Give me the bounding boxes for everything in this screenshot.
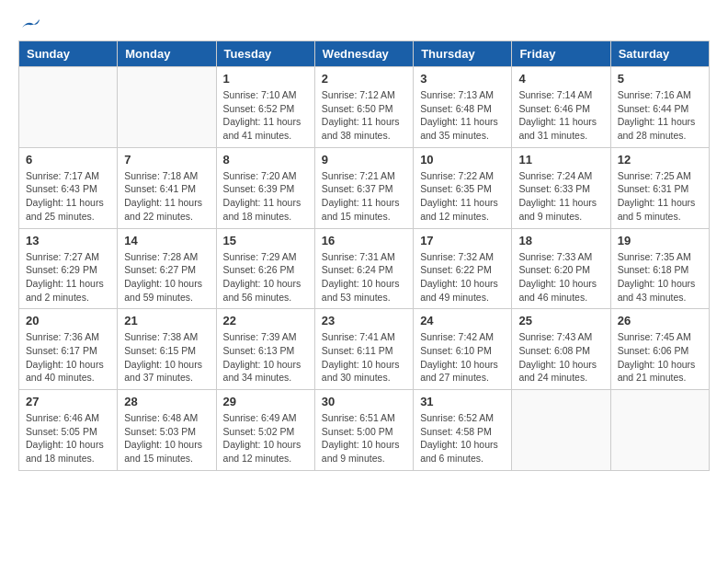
cell-info: Sunrise: 6:51 AM Sunset: 5:00 PM Dayligh… — [322, 411, 406, 465]
week-row-5: 27Sunrise: 6:46 AM Sunset: 5:05 PM Dayli… — [19, 390, 710, 471]
day-number: 31 — [420, 395, 505, 408]
day-number: 16 — [322, 234, 406, 247]
day-number: 13 — [26, 234, 110, 247]
calendar-cell: 17Sunrise: 7:32 AM Sunset: 6:22 PM Dayli… — [414, 228, 512, 309]
calendar-cell: 11Sunrise: 7:24 AM Sunset: 6:33 PM Dayli… — [512, 147, 610, 228]
calendar-cell: 24Sunrise: 7:42 AM Sunset: 6:10 PM Dayli… — [414, 309, 512, 390]
calendar-cell: 12Sunrise: 7:25 AM Sunset: 6:31 PM Dayli… — [610, 147, 709, 228]
calendar-cell: 16Sunrise: 7:31 AM Sunset: 6:24 PM Dayli… — [314, 228, 413, 309]
day-number: 20 — [26, 314, 110, 327]
day-number: 11 — [518, 153, 603, 167]
cell-info: Sunrise: 7:29 AM Sunset: 6:26 PM Dayligh… — [223, 250, 308, 304]
cell-info: Sunrise: 7:27 AM Sunset: 6:29 PM Dayligh… — [26, 250, 110, 304]
calendar-cell: 13Sunrise: 7:27 AM Sunset: 6:29 PM Dayli… — [19, 228, 118, 309]
calendar-cell: 31Sunrise: 6:52 AM Sunset: 4:58 PM Dayli… — [414, 390, 512, 471]
calendar-cell — [19, 67, 118, 148]
calendar-cell: 10Sunrise: 7:22 AM Sunset: 6:35 PM Dayli… — [414, 147, 512, 228]
cell-info: Sunrise: 7:14 AM Sunset: 6:46 PM Dayligh… — [518, 88, 603, 143]
week-row-4: 20Sunrise: 7:36 AM Sunset: 6:17 PM Dayli… — [19, 309, 710, 390]
day-header-friday: Friday — [512, 41, 610, 67]
calendar-cell: 1Sunrise: 7:10 AM Sunset: 6:52 PM Daylig… — [216, 67, 314, 148]
day-number: 18 — [518, 234, 603, 247]
calendar-cell: 2Sunrise: 7:12 AM Sunset: 6:50 PM Daylig… — [314, 67, 413, 148]
calendar-cell: 23Sunrise: 7:41 AM Sunset: 6:11 PM Dayli… — [314, 309, 413, 390]
calendar-cell: 25Sunrise: 7:43 AM Sunset: 6:08 PM Dayli… — [512, 309, 610, 390]
day-header-wednesday: Wednesday — [314, 41, 413, 67]
day-number: 15 — [223, 234, 308, 247]
logo-bird-icon — [20, 18, 40, 35]
day-number: 9 — [322, 153, 406, 167]
page-header — [18, 18, 710, 31]
cell-info: Sunrise: 6:46 AM Sunset: 5:05 PM Dayligh… — [26, 411, 110, 465]
cell-info: Sunrise: 7:33 AM Sunset: 6:20 PM Dayligh… — [518, 250, 603, 304]
day-number: 22 — [223, 314, 308, 327]
cell-info: Sunrise: 7:16 AM Sunset: 6:44 PM Dayligh… — [618, 88, 702, 143]
calendar-cell: 22Sunrise: 7:39 AM Sunset: 6:13 PM Dayli… — [216, 309, 314, 390]
calendar-cell: 18Sunrise: 7:33 AM Sunset: 6:20 PM Dayli… — [512, 228, 610, 309]
calendar-cell: 8Sunrise: 7:20 AM Sunset: 6:39 PM Daylig… — [216, 147, 314, 228]
day-number: 29 — [223, 395, 308, 408]
day-number: 25 — [518, 314, 603, 327]
calendar-table: SundayMondayTuesdayWednesdayThursdayFrid… — [18, 40, 710, 471]
calendar-cell: 26Sunrise: 7:45 AM Sunset: 6:06 PM Dayli… — [610, 309, 709, 390]
calendar-cell: 29Sunrise: 6:49 AM Sunset: 5:02 PM Dayli… — [216, 390, 314, 471]
day-number: 30 — [322, 395, 406, 408]
calendar-cell — [118, 67, 216, 148]
cell-info: Sunrise: 7:41 AM Sunset: 6:11 PM Dayligh… — [322, 330, 406, 385]
day-number: 24 — [420, 314, 505, 327]
cell-info: Sunrise: 6:48 AM Sunset: 5:03 PM Dayligh… — [124, 411, 209, 465]
calendar-cell: 5Sunrise: 7:16 AM Sunset: 6:44 PM Daylig… — [610, 67, 709, 148]
calendar-cell: 30Sunrise: 6:51 AM Sunset: 5:00 PM Dayli… — [314, 390, 413, 471]
day-number: 3 — [420, 72, 505, 86]
calendar-cell: 19Sunrise: 7:35 AM Sunset: 6:18 PM Dayli… — [610, 228, 709, 309]
cell-info: Sunrise: 7:17 AM Sunset: 6:43 PM Dayligh… — [26, 169, 110, 224]
day-number: 8 — [223, 153, 308, 167]
cell-info: Sunrise: 7:39 AM Sunset: 6:13 PM Dayligh… — [223, 330, 308, 385]
cell-info: Sunrise: 7:35 AM Sunset: 6:18 PM Dayligh… — [618, 250, 702, 304]
day-number: 14 — [124, 234, 209, 247]
day-number: 17 — [420, 234, 505, 247]
day-number: 12 — [618, 153, 702, 167]
calendar-cell: 21Sunrise: 7:38 AM Sunset: 6:15 PM Dayli… — [118, 309, 216, 390]
day-header-tuesday: Tuesday — [216, 41, 314, 67]
day-number: 10 — [420, 153, 505, 167]
week-row-2: 6Sunrise: 7:17 AM Sunset: 6:43 PM Daylig… — [19, 147, 710, 228]
cell-info: Sunrise: 7:28 AM Sunset: 6:27 PM Dayligh… — [124, 250, 209, 304]
cell-info: Sunrise: 7:13 AM Sunset: 6:48 PM Dayligh… — [420, 88, 505, 143]
calendar-cell: 6Sunrise: 7:17 AM Sunset: 6:43 PM Daylig… — [19, 147, 118, 228]
day-number: 5 — [618, 72, 702, 86]
logo — [18, 18, 40, 31]
day-number: 26 — [618, 314, 702, 327]
cell-info: Sunrise: 7:20 AM Sunset: 6:39 PM Dayligh… — [223, 169, 308, 224]
week-row-1: 1Sunrise: 7:10 AM Sunset: 6:52 PM Daylig… — [19, 67, 710, 148]
day-number: 19 — [618, 234, 702, 247]
calendar-cell: 14Sunrise: 7:28 AM Sunset: 6:27 PM Dayli… — [118, 228, 216, 309]
calendar-cell — [610, 390, 709, 471]
day-number: 28 — [124, 395, 209, 408]
cell-info: Sunrise: 7:31 AM Sunset: 6:24 PM Dayligh… — [322, 250, 406, 304]
calendar-cell: 9Sunrise: 7:21 AM Sunset: 6:37 PM Daylig… — [314, 147, 413, 228]
cell-info: Sunrise: 7:32 AM Sunset: 6:22 PM Dayligh… — [420, 250, 505, 304]
calendar-cell: 4Sunrise: 7:14 AM Sunset: 6:46 PM Daylig… — [512, 67, 610, 148]
day-number: 7 — [124, 153, 209, 167]
day-header-monday: Monday — [118, 41, 216, 67]
day-number: 2 — [322, 72, 406, 86]
calendar-cell: 7Sunrise: 7:18 AM Sunset: 6:41 PM Daylig… — [118, 147, 216, 228]
cell-info: Sunrise: 7:24 AM Sunset: 6:33 PM Dayligh… — [518, 169, 603, 224]
cell-info: Sunrise: 7:36 AM Sunset: 6:17 PM Dayligh… — [26, 330, 110, 385]
cell-info: Sunrise: 6:49 AM Sunset: 5:02 PM Dayligh… — [223, 411, 308, 465]
calendar-cell: 20Sunrise: 7:36 AM Sunset: 6:17 PM Dayli… — [19, 309, 118, 390]
calendar-header-row: SundayMondayTuesdayWednesdayThursdayFrid… — [19, 41, 710, 67]
cell-info: Sunrise: 7:43 AM Sunset: 6:08 PM Dayligh… — [518, 330, 603, 385]
day-number: 27 — [26, 395, 110, 408]
day-number: 4 — [518, 72, 603, 86]
cell-info: Sunrise: 7:10 AM Sunset: 6:52 PM Dayligh… — [223, 88, 308, 143]
cell-info: Sunrise: 6:52 AM Sunset: 4:58 PM Dayligh… — [420, 411, 505, 465]
calendar-cell: 3Sunrise: 7:13 AM Sunset: 6:48 PM Daylig… — [414, 67, 512, 148]
cell-info: Sunrise: 7:45 AM Sunset: 6:06 PM Dayligh… — [618, 330, 702, 385]
calendar-cell: 15Sunrise: 7:29 AM Sunset: 6:26 PM Dayli… — [216, 228, 314, 309]
day-number: 21 — [124, 314, 209, 327]
day-header-thursday: Thursday — [414, 41, 512, 67]
cell-info: Sunrise: 7:38 AM Sunset: 6:15 PM Dayligh… — [124, 330, 209, 385]
day-number: 6 — [26, 153, 110, 167]
